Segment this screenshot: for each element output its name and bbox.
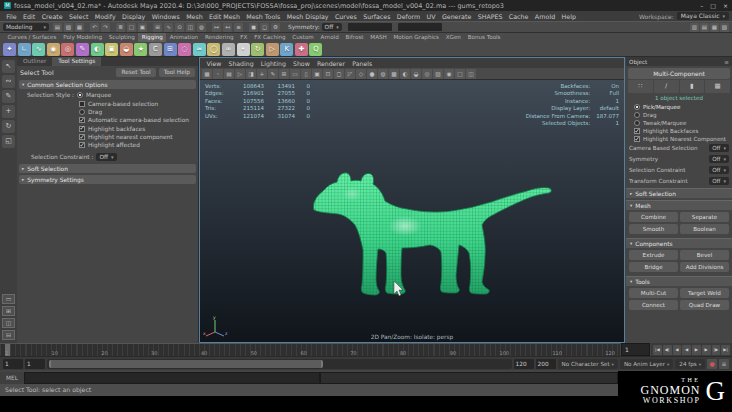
shelf-wrap-deformer-icon[interactable]: ◌	[178, 43, 191, 56]
shelf-lattice-icon[interactable]: ⊞	[164, 43, 177, 56]
x-ray-icon[interactable]: ◫	[466, 69, 476, 79]
menu-item[interactable]: Select	[66, 13, 92, 20]
textured-icon[interactable]: ▩	[389, 69, 399, 79]
modeling-toolkit-toggle-icon[interactable]: ▧	[720, 23, 729, 32]
menu-item[interactable]: Edit Mesh	[206, 13, 243, 20]
play-backwards-button[interactable]: ◀	[682, 345, 691, 355]
rotate-tool-icon[interactable]: ↻	[2, 120, 15, 133]
open-scene-icon[interactable]: ▨	[64, 23, 73, 32]
step-back-key-button[interactable]: ◀|	[663, 345, 672, 355]
snap-to-grid-icon[interactable]: ⊞	[153, 23, 162, 32]
safe-action-icon[interactable]: ◻	[334, 69, 344, 79]
step-back-frame-button[interactable]: ◀	[673, 345, 682, 355]
connect-button[interactable]: Connect	[629, 300, 678, 310]
shelf-paint-skin-weights-icon[interactable]: ✎	[76, 43, 89, 56]
bevel-button[interactable]: Bevel	[680, 250, 729, 260]
workspace-selector[interactable]: Maya Classic	[677, 12, 729, 20]
shelf-tab[interactable]: Poly Modeling	[60, 33, 105, 42]
playback-start-field[interactable]: 1	[25, 359, 45, 369]
field-chart-icon[interactable]: ⊡	[323, 69, 333, 79]
shelf-delta-mush-icon[interactable]: ≈	[193, 43, 206, 56]
shelf-pose-editor-icon[interactable]: ★	[134, 43, 147, 56]
safe-title-icon[interactable]: ◸	[345, 69, 355, 79]
menu-item[interactable]: Deform	[394, 13, 424, 20]
gate-mask-icon[interactable]: ▣	[312, 69, 322, 79]
selection-constraint-dropdown[interactable]: Off	[709, 166, 729, 174]
multi-component-button[interactable]: Multi-Component	[628, 68, 730, 79]
pick-marquee-radio[interactable]	[634, 104, 640, 110]
isolate-select-icon[interactable]: □	[455, 69, 465, 79]
screen-space-ao-icon[interactable]: ◎	[422, 69, 432, 79]
soft-selection-section-header[interactable]: Soft Selection	[626, 188, 732, 198]
shelf-ik-handle-icon[interactable]: ∟	[18, 43, 31, 56]
anti-aliasing-icon[interactable]: ▨	[433, 69, 443, 79]
layout-single-pane-icon[interactable]: ▭	[2, 294, 15, 304]
shelf-tab[interactable]: Rigging	[138, 33, 166, 42]
menu-item[interactable]: Windows	[148, 13, 182, 20]
shelf-bind-skin-icon[interactable]: ◉	[47, 43, 60, 56]
components-section-header[interactable]: Components	[626, 238, 732, 248]
tool-help-button[interactable]: Tool Help	[159, 68, 195, 77]
viewport-menu-item[interactable]: Shading	[225, 60, 257, 67]
highlight-nearest-component-checkbox[interactable]	[634, 136, 640, 142]
face-mode-button[interactable]: ▮	[680, 80, 705, 93]
common-selection-options-header[interactable]: Common Selection Options	[19, 80, 196, 89]
symmetry-dropdown[interactable]: Off	[322, 23, 342, 31]
layout-four-pane-icon[interactable]: ⊞	[2, 306, 15, 316]
uv-mode-button[interactable]: ▦	[705, 80, 730, 93]
menu-item[interactable]: Create	[39, 13, 66, 20]
shelf-tab[interactable]: Arnold	[317, 33, 342, 42]
menu-item[interactable]: Generate	[439, 13, 475, 20]
playback-range-bar[interactable]	[49, 360, 323, 368]
move-tool-icon[interactable]: +	[2, 105, 15, 118]
range-slider[interactable]	[47, 359, 512, 369]
shelf-tab[interactable]: XGen	[442, 33, 464, 42]
scale-tool-icon[interactable]: ◱	[2, 135, 15, 148]
separate-button[interactable]: Separate	[680, 212, 729, 222]
wireframe-icon[interactable]: ◇	[356, 69, 366, 79]
animation-end-field[interactable]: 200	[536, 359, 556, 369]
shelf-tab[interactable]: MASH	[367, 33, 390, 42]
step-forward-frame-button[interactable]: ▶	[702, 345, 711, 355]
go-to-start-button[interactable]: |◀	[653, 345, 662, 355]
image-plane-icon[interactable]: ◨	[246, 69, 256, 79]
quad-draw-button[interactable]: Quad Draw	[680, 300, 729, 310]
snap-to-curve-icon[interactable]: ∿	[164, 23, 173, 32]
shelf-tab[interactable]: Sculpting	[105, 33, 138, 42]
tweak-marquee-radio[interactable]	[634, 120, 640, 126]
combine-button[interactable]: Combine	[629, 212, 678, 222]
viewport-canvas[interactable]: Verts: 108643 13491 0 Edges: 216901 2705…	[200, 80, 624, 342]
menu-item[interactable]: Cache	[506, 13, 532, 20]
shelf-tab[interactable]: Bonus Tools	[464, 33, 504, 42]
highlight-nearest-component-checkbox[interactable]	[79, 134, 85, 140]
smooth-shade-icon[interactable]: ●	[367, 69, 377, 79]
make-live-icon[interactable]: ◍	[197, 23, 206, 32]
menu-item[interactable]: Arnold	[532, 13, 559, 20]
camera-based-selection-dropdown[interactable]: Off	[709, 144, 729, 152]
play-forward-button[interactable]: ▶	[692, 345, 701, 355]
menu-item[interactable]: Curves	[332, 13, 360, 20]
menu-item[interactable]: Mesh	[183, 13, 206, 20]
output-connections-icon[interactable]: ↤	[223, 23, 232, 32]
auto-key-button[interactable]: ●	[707, 359, 717, 369]
ipr-render-icon[interactable]: ◻	[260, 23, 269, 32]
viewport-menu-item[interactable]: Lighting	[257, 60, 289, 67]
shelf-tab[interactable]: Motion Graphics	[390, 33, 442, 42]
camera-attributes-icon[interactable]: ▤	[224, 69, 234, 79]
smooth-button[interactable]: Smooth	[629, 224, 678, 234]
shelf-tab[interactable]: Curves / Surfaces	[4, 33, 60, 42]
symmetry-dropdown[interactable]: Off	[709, 155, 729, 163]
render-current-frame-icon[interactable]: ◼	[249, 23, 258, 32]
resolution-gate-icon[interactable]: ▯	[301, 69, 311, 79]
menu-item[interactable]: Mesh Display	[284, 13, 332, 20]
film-gate-icon[interactable]: ▭	[290, 69, 300, 79]
highlight-backfaces-checkbox[interactable]	[79, 126, 85, 132]
anim-layer-menu[interactable]: No Anim Layer	[620, 359, 673, 369]
playback-end-field[interactable]: 120	[514, 359, 534, 369]
redo-icon[interactable]: ↷	[101, 23, 110, 32]
select-camera-icon[interactable]: ▦	[202, 69, 212, 79]
menu-item[interactable]: SHAPES	[474, 13, 505, 20]
bridge-button[interactable]: Bridge	[629, 262, 678, 272]
menu-item[interactable]: Surfaces	[360, 13, 394, 20]
shelf-detach-skin-icon[interactable]: ◎	[61, 43, 74, 56]
